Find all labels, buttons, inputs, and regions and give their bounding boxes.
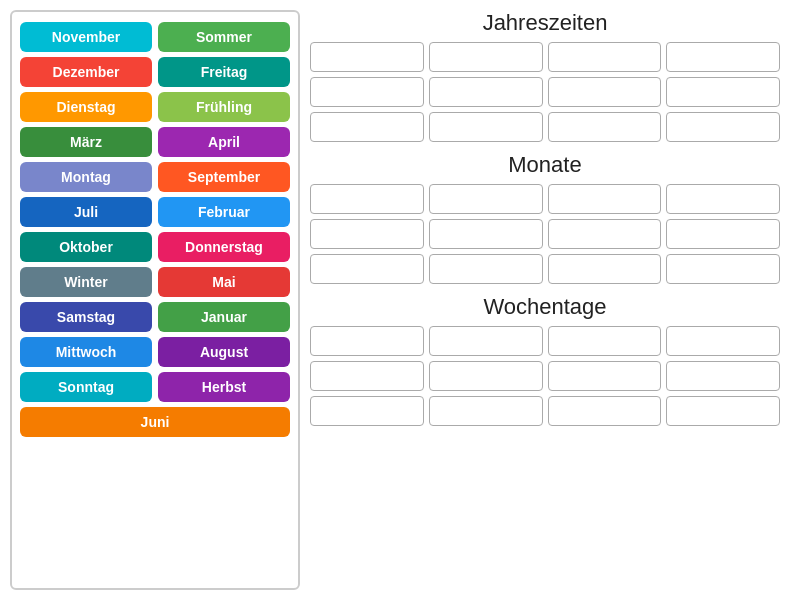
drop-cell-2-0[interactable] (310, 326, 424, 356)
drop-cell-1-8[interactable] (310, 254, 424, 284)
word-btn-montag[interactable]: Montag (20, 162, 152, 192)
word-btn-winter[interactable]: Winter (20, 267, 152, 297)
drop-cell-1-7[interactable] (666, 219, 780, 249)
drop-cell-2-9[interactable] (429, 396, 543, 426)
word-btn-sommer[interactable]: Sommer (158, 22, 290, 52)
drop-cell-2-8[interactable] (310, 396, 424, 426)
drop-grid-0 (310, 42, 780, 142)
word-row-5: JuliFebruar (20, 197, 290, 227)
drop-cell-0-8[interactable] (310, 112, 424, 142)
drop-cell-1-5[interactable] (429, 219, 543, 249)
drop-cell-2-11[interactable] (666, 396, 780, 426)
drop-cell-0-4[interactable] (310, 77, 424, 107)
word-btn-april[interactable]: April (158, 127, 290, 157)
word-row-7: WinterMai (20, 267, 290, 297)
drop-cell-0-11[interactable] (666, 112, 780, 142)
drop-cell-0-1[interactable] (429, 42, 543, 72)
drop-cell-2-3[interactable] (666, 326, 780, 356)
word-btn-dezember[interactable]: Dezember (20, 57, 152, 87)
drop-cell-2-6[interactable] (548, 361, 662, 391)
word-row-9: MittwochAugust (20, 337, 290, 367)
drop-cell-2-2[interactable] (548, 326, 662, 356)
drop-cell-0-5[interactable] (429, 77, 543, 107)
word-row-11: Juni (20, 407, 290, 437)
word-row-6: OktoberDonnerstag (20, 232, 290, 262)
word-btn-januar[interactable]: Januar (158, 302, 290, 332)
drop-cell-2-5[interactable] (429, 361, 543, 391)
drop-cell-1-10[interactable] (548, 254, 662, 284)
word-btn-märz[interactable]: März (20, 127, 152, 157)
drop-cell-2-7[interactable] (666, 361, 780, 391)
word-btn-juni[interactable]: Juni (20, 407, 290, 437)
drop-cell-0-3[interactable] (666, 42, 780, 72)
drop-cell-0-2[interactable] (548, 42, 662, 72)
drop-cell-1-0[interactable] (310, 184, 424, 214)
drop-cell-0-9[interactable] (429, 112, 543, 142)
drop-cell-0-6[interactable] (548, 77, 662, 107)
drop-grid-1 (310, 184, 780, 284)
drop-cell-1-4[interactable] (310, 219, 424, 249)
section-wochentage: Wochentage (310, 294, 780, 426)
drop-cell-1-1[interactable] (429, 184, 543, 214)
word-btn-freitag[interactable]: Freitag (158, 57, 290, 87)
drop-cell-0-0[interactable] (310, 42, 424, 72)
word-btn-juli[interactable]: Juli (20, 197, 152, 227)
word-btn-februar[interactable]: Februar (158, 197, 290, 227)
word-btn-samstag[interactable]: Samstag (20, 302, 152, 332)
word-btn-oktober[interactable]: Oktober (20, 232, 152, 262)
word-row-10: SonntagHerbst (20, 372, 290, 402)
word-row-8: SamstagJanuar (20, 302, 290, 332)
word-btn-september[interactable]: September (158, 162, 290, 192)
drop-cell-1-3[interactable] (666, 184, 780, 214)
word-row-0: NovemberSommer (20, 22, 290, 52)
word-btn-dienstag[interactable]: Dienstag (20, 92, 152, 122)
drop-grid-2 (310, 326, 780, 426)
word-btn-sonntag[interactable]: Sonntag (20, 372, 152, 402)
word-btn-mittwoch[interactable]: Mittwoch (20, 337, 152, 367)
word-btn-herbst[interactable]: Herbst (158, 372, 290, 402)
section-title-2: Wochentage (310, 294, 780, 320)
word-row-1: DezemberFreitag (20, 57, 290, 87)
section-title-0: Jahreszeiten (310, 10, 780, 36)
word-btn-mai[interactable]: Mai (158, 267, 290, 297)
drop-cell-1-2[interactable] (548, 184, 662, 214)
word-bank: NovemberSommerDezemberFreitagDienstagFrü… (10, 10, 300, 590)
word-btn-november[interactable]: November (20, 22, 152, 52)
categories-panel: JahreszeitenMonateWochentage (300, 10, 790, 590)
drop-cell-1-11[interactable] (666, 254, 780, 284)
section-monate: Monate (310, 152, 780, 284)
word-btn-august[interactable]: August (158, 337, 290, 367)
drop-cell-1-6[interactable] (548, 219, 662, 249)
drop-cell-1-9[interactable] (429, 254, 543, 284)
drop-cell-2-4[interactable] (310, 361, 424, 391)
word-row-4: MontagSeptember (20, 162, 290, 192)
drop-cell-2-10[interactable] (548, 396, 662, 426)
word-row-3: MärzApril (20, 127, 290, 157)
word-btn-frühling[interactable]: Frühling (158, 92, 290, 122)
section-title-1: Monate (310, 152, 780, 178)
word-row-2: DienstagFrühling (20, 92, 290, 122)
word-btn-donnerstag[interactable]: Donnerstag (158, 232, 290, 262)
drop-cell-2-1[interactable] (429, 326, 543, 356)
section-jahreszeiten: Jahreszeiten (310, 10, 780, 142)
drop-cell-0-10[interactable] (548, 112, 662, 142)
drop-cell-0-7[interactable] (666, 77, 780, 107)
